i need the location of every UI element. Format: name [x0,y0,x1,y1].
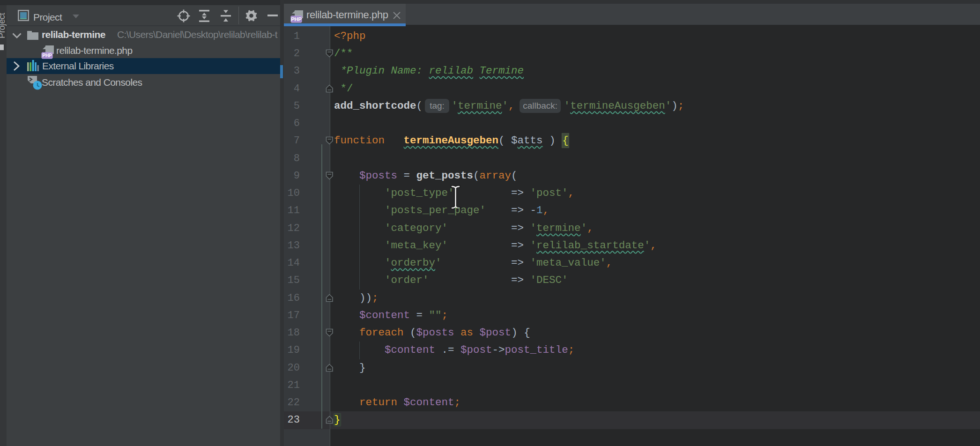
svg-text:PHP: PHP [291,16,302,22]
svg-text:PHP: PHP [42,53,52,58]
